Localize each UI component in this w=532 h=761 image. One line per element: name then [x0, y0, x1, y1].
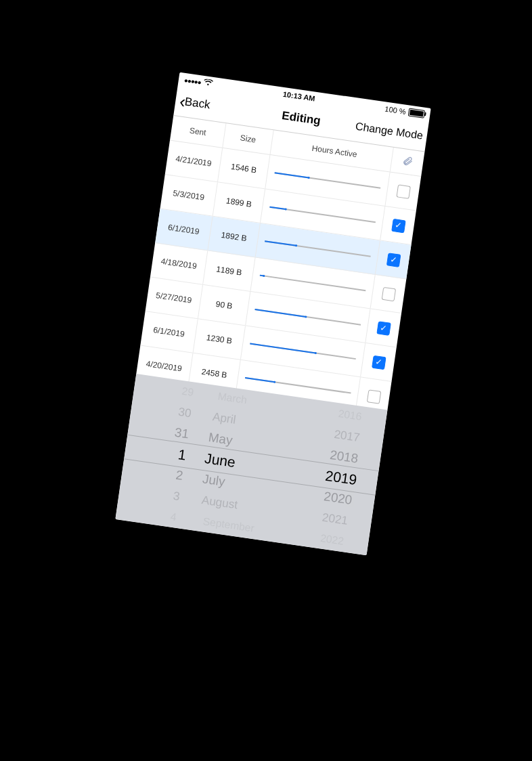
picker-item[interactable]: 31	[173, 422, 190, 444]
picker-item[interactable]: 2021	[321, 508, 349, 530]
picker-item[interactable]: 1	[177, 443, 187, 465]
picker-item[interactable]: May	[207, 427, 234, 450]
picker-item[interactable]: 4	[169, 508, 177, 525]
cell-size: 1546 B	[217, 148, 269, 189]
cell-attachment[interactable]: ✓	[380, 206, 416, 244]
cell-attachment[interactable]	[370, 275, 406, 313]
paperclip-icon	[401, 154, 414, 169]
back-button[interactable]: ‹ Back	[179, 94, 211, 112]
attachment-checkbox[interactable]	[366, 389, 381, 404]
picker-item[interactable]: April	[211, 408, 237, 429]
picker-column-month[interactable]: MarchAprilMayJuneJulyAugustSeptember	[187, 384, 315, 545]
attachment-checkbox[interactable]	[381, 286, 396, 301]
hours-slider[interactable]	[265, 240, 371, 257]
phone-frame: ●●●●● 10:13 AM 100 % ‹ Back Editing Chan…	[115, 72, 430, 556]
battery-icon	[407, 108, 424, 118]
hours-slider[interactable]	[269, 206, 376, 223]
change-mode-button[interactable]: Change Mode	[354, 121, 423, 142]
attachment-checkbox[interactable]: ✓	[371, 355, 386, 370]
picker-item[interactable]: 29	[180, 383, 194, 400]
attachment-checkbox[interactable]: ✓	[391, 218, 405, 233]
check-icon: ✓	[389, 255, 397, 264]
attachment-checkbox[interactable]: ✓	[376, 321, 391, 336]
picker-item[interactable]: 2022	[319, 530, 345, 550]
column-header-attachment[interactable]	[389, 148, 424, 176]
check-icon: ✓	[394, 221, 402, 230]
cell-size: 90 B	[197, 285, 249, 326]
column-header-sent[interactable]: Sent	[171, 123, 224, 140]
picker-item[interactable]: July	[201, 469, 226, 492]
picker-item[interactable]: June	[203, 448, 237, 473]
wifi-icon	[203, 79, 214, 88]
cell-size: 1899 B	[212, 182, 264, 223]
attachment-checkbox[interactable]	[396, 184, 411, 199]
hours-slider[interactable]	[254, 309, 361, 326]
cell-attachment[interactable]: ✓	[365, 309, 401, 347]
signal-dots-icon: ●●●●●	[183, 76, 202, 85]
cell-size: 1892 B	[207, 217, 259, 257]
picker-item[interactable]: 30	[177, 403, 192, 422]
picker-item[interactable]: 3	[171, 487, 180, 506]
cell-size: 1230 B	[192, 319, 244, 360]
hours-slider[interactable]	[259, 275, 365, 292]
hours-slider[interactable]	[274, 172, 380, 189]
table-body: 4/21/20191546 B5/3/20191899 B✓6/1/201918…	[135, 141, 421, 416]
hours-slider[interactable]	[250, 343, 356, 360]
check-icon: ✓	[379, 324, 387, 332]
picker-item[interactable]: 2016	[337, 406, 363, 425]
check-icon: ✓	[374, 357, 382, 366]
picker-item[interactable]: September	[202, 513, 255, 537]
cell-attachment[interactable]: ✓	[360, 343, 397, 381]
picker-item[interactable]: 2020	[322, 487, 353, 510]
cell-attachment[interactable]: ✓	[374, 240, 411, 278]
cell-size: 1189 B	[202, 251, 254, 291]
cell-attachment[interactable]	[384, 172, 421, 210]
battery-percent: 100 %	[384, 105, 406, 116]
back-label: Back	[183, 95, 210, 112]
picker-item[interactable]: 2	[174, 465, 184, 485]
status-time: 10:13 AM	[282, 90, 315, 103]
picker-item[interactable]: March	[217, 388, 248, 408]
picker-item[interactable]: August	[200, 491, 239, 514]
picker-item[interactable]: 2017	[333, 425, 361, 447]
picker-item[interactable]: 2018	[328, 445, 359, 469]
attachment-checkbox[interactable]: ✓	[386, 253, 401, 267]
